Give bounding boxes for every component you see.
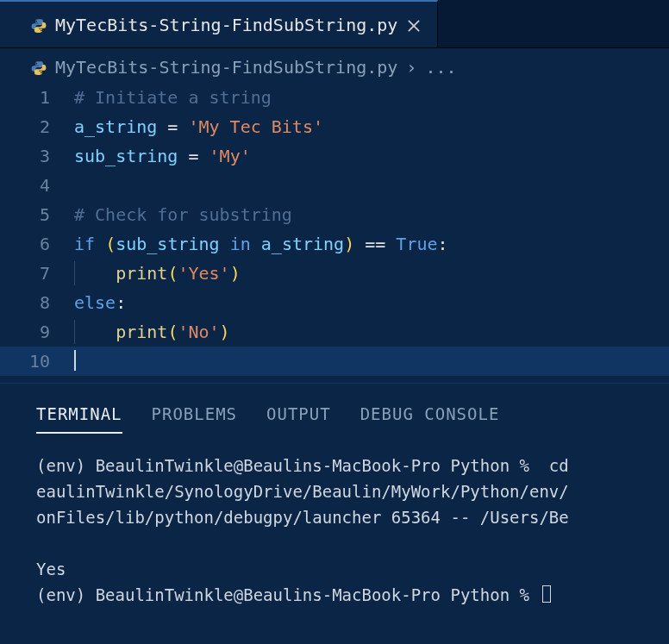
- line-number: 6: [0, 229, 74, 259]
- line-number: 4: [0, 171, 74, 200]
- code-line[interactable]: 7 print('Yes'): [0, 259, 669, 288]
- code-line[interactable]: 8else:: [0, 288, 669, 317]
- line-number: 2: [0, 112, 74, 141]
- code-line[interactable]: 6if (sub_string in a_string) == True:: [0, 229, 669, 259]
- terminal-output[interactable]: (env) BeaulinTwinkle@Beaulins-MacBook-Pr…: [0, 435, 669, 608]
- code-line[interactable]: 3sub_string = 'My': [0, 141, 669, 171]
- file-tab[interactable]: MyTecBits-String-FindSubString.py: [0, 0, 438, 47]
- breadcrumb[interactable]: MyTecBits-String-FindSubString.py › ...: [0, 48, 669, 81]
- breadcrumb-file: MyTecBits-String-FindSubString.py: [55, 57, 397, 78]
- line-number: 3: [0, 141, 74, 171]
- code-editor[interactable]: 1# Initiate a string2a_string = 'My Tec …: [0, 81, 669, 383]
- editor-cursor: [74, 350, 76, 371]
- code-line[interactable]: 4: [0, 171, 669, 200]
- line-number: 8: [0, 288, 74, 317]
- terminal-cursor: [542, 585, 551, 603]
- code-line[interactable]: 2a_string = 'My Tec Bits': [0, 112, 669, 141]
- line-number: 5: [0, 200, 74, 229]
- code-line[interactable]: 5# Check for substring: [0, 200, 669, 229]
- code-line[interactable]: 1# Initiate a string: [0, 83, 669, 112]
- breadcrumb-rest: ...: [425, 57, 456, 78]
- python-icon: [31, 59, 47, 75]
- tab-terminal[interactable]: TERMINAL: [36, 399, 122, 434]
- line-number: 1: [0, 83, 74, 112]
- code-line[interactable]: 9 print('No'): [0, 317, 669, 347]
- chevron-right-icon: ›: [406, 57, 416, 78]
- panel-tabs: TERMINAL PROBLEMS OUTPUT DEBUG CONSOLE: [0, 392, 669, 435]
- bottom-panel: TERMINAL PROBLEMS OUTPUT DEBUG CONSOLE (…: [0, 383, 669, 608]
- line-number: 9: [0, 317, 74, 347]
- line-number: 7: [0, 259, 74, 288]
- tab-output[interactable]: OUTPUT: [266, 399, 331, 434]
- python-icon: [31, 17, 47, 33]
- line-number: 10: [0, 347, 74, 376]
- file-tab-label: MyTecBits-String-FindSubString.py: [55, 15, 397, 35]
- code-line[interactable]: 10: [0, 347, 669, 376]
- tab-problems[interactable]: PROBLEMS: [152, 399, 238, 434]
- close-icon[interactable]: [406, 17, 422, 33]
- tab-debug-console[interactable]: DEBUG CONSOLE: [360, 399, 500, 434]
- editor-tabs: MyTecBits-String-FindSubString.py: [0, 0, 669, 48]
